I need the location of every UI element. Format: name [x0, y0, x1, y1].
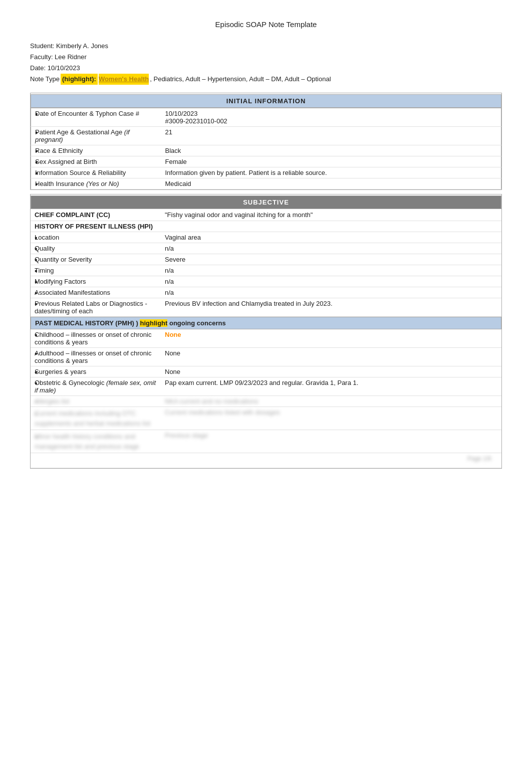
patient-age-label: Patient Age & Gestational Age (if pregna…	[31, 127, 161, 145]
initial-info-header: INITIAL INFORMATION	[31, 94, 501, 108]
blurred-label-3: Minor health history conditions and mana…	[31, 430, 161, 453]
blurred-value-3: Previous stage	[161, 430, 501, 453]
page-num: Page 1/6	[467, 455, 491, 462]
location-label: Location	[31, 232, 161, 243]
prev-labs-value: Previous BV infection and Chlamydia trea…	[161, 298, 501, 317]
table-row: Sex Assigned at Birth Female	[31, 156, 501, 167]
sex-value: Female	[161, 156, 501, 167]
table-row: Race & Ethnicity Black	[31, 145, 501, 156]
associated-label: Associated Manifestations	[31, 287, 161, 298]
subjective-section: SUBJECTIVE CHIEF COMPLAINT (CC) "Fishy v…	[30, 194, 502, 469]
note-type-line: Note Type (highlight): Women's Health , …	[30, 74, 502, 85]
childhood-illness-value: None	[161, 329, 501, 348]
sex-label: Sex Assigned at Birth	[31, 156, 161, 167]
faculty-line: Faculty: Lee Ridner	[30, 52, 502, 63]
header-info: Student: Kimberly A. Jones Faculty: Lee …	[30, 41, 502, 85]
pmh-highlight: highlight	[140, 319, 167, 327]
race-value: Black	[161, 145, 501, 156]
location-value: Vaginal area	[161, 232, 501, 243]
quality-label: Quality	[31, 243, 161, 254]
cc-label: CHIEF COMPLAINT (CC)	[35, 211, 165, 219]
table-row: Surgeries & years None	[31, 366, 501, 377]
table-row: Adulthood – illnesses or onset of chroni…	[31, 348, 501, 366]
table-row: Date of Encounter & Typhon Case # 10/10/…	[31, 108, 501, 127]
pmh-prefix: PAST MEDICAL HISTORY (PMH) )	[35, 319, 140, 327]
pmh-table: Childhood – illnesses or onset of chroni…	[31, 329, 501, 468]
table-row: Obstetric & Gynecologic (female sex, omi…	[31, 377, 501, 396]
table-row: Associated Manifestations n/a	[31, 287, 501, 298]
info-source-value: Information given by patient. Patient is…	[161, 167, 501, 178]
quality-value: n/a	[161, 243, 501, 254]
blurred-label-2: Current medications including OTC supple…	[31, 407, 161, 430]
table-row: Quantity or Severity Severe	[31, 254, 501, 265]
severity-label: Quantity or Severity	[31, 254, 161, 265]
initial-information-section: INITIAL INFORMATION Date of Encounter & …	[30, 93, 502, 190]
obstetric-value: Pap exam current. LMP 09/23/2023 and reg…	[161, 377, 501, 396]
cc-value: "Fishy vaginal odor and vaginal itching …	[165, 211, 313, 219]
table-row: Modifying Factors n/a	[31, 276, 501, 287]
table-row: Information Source & Reliability Informa…	[31, 167, 501, 178]
childhood-illness-label: Childhood – illnesses or onset of chroni…	[31, 329, 161, 348]
table-row: Minor health history conditions and mana…	[31, 430, 501, 453]
note-type-highlight-box: (highlight):	[61, 74, 98, 85]
modifying-label: Modifying Factors	[31, 276, 161, 287]
table-row: Page 1/6	[31, 453, 501, 468]
modifying-value: n/a	[161, 276, 501, 287]
severity-value: Severe	[161, 254, 501, 265]
note-type-highlighted: Women's Health	[99, 74, 149, 85]
date-line: Date: 10/10/2023	[30, 63, 502, 74]
surgeries-label: Surgeries & years	[31, 366, 161, 377]
insurance-label: Health Insurance (Yes or No)	[31, 178, 161, 189]
table-row: Previous Related Labs or Diagnostics -da…	[31, 298, 501, 317]
table-row: Current medications including OTC supple…	[31, 407, 501, 430]
adulthood-illness-label: Adulthood – illnesses or onset of chroni…	[31, 348, 161, 366]
subjective-header: SUBJECTIVE	[31, 196, 501, 209]
prev-labs-label: Previous Related Labs or Diagnostics -da…	[31, 298, 161, 317]
page-title: Episodic SOAP Note Template	[30, 20, 502, 29]
table-row: Patient Age & Gestational Age (if pregna…	[31, 127, 501, 145]
info-source-label: Information Source & Reliability	[31, 167, 161, 178]
student-line: Student: Kimberly A. Jones	[30, 41, 502, 52]
associated-value: n/a	[161, 287, 501, 298]
pmh-suffix: ongoing concerns	[167, 319, 225, 327]
race-label: Race & Ethnicity	[31, 145, 161, 156]
note-type-rest: , Pediatrics, Adult – Hypertension, Adul…	[150, 74, 331, 85]
timing-value: n/a	[161, 265, 501, 276]
hpi-header: HISTORY OF PRESENT ILLNESS (HPI)	[31, 221, 501, 232]
note-type-prefix: Note Type	[30, 74, 60, 85]
hpi-table: Location Vaginal area Quality n/a Quanti…	[31, 232, 501, 317]
patient-age-value: 21	[161, 127, 501, 145]
blurred-value-1: NKA current and no medications	[161, 396, 501, 407]
encounter-label: Date of Encounter & Typhon Case #	[31, 108, 161, 127]
insurance-value: Medicaid	[161, 178, 501, 189]
blurred-label-1: Allergies list	[31, 396, 161, 407]
table-row: Health Insurance (Yes or No) Medicaid	[31, 178, 501, 189]
initial-info-table: Date of Encounter & Typhon Case # 10/10/…	[31, 108, 501, 189]
adulthood-illness-value: None	[161, 348, 501, 366]
table-row: Quality n/a	[31, 243, 501, 254]
surgeries-value: None	[161, 366, 501, 377]
cc-row: CHIEF COMPLAINT (CC) "Fishy vaginal odor…	[31, 209, 501, 221]
timing-label: Timing	[31, 265, 161, 276]
blurred-value-2: Current medications listed with dosages	[161, 407, 501, 430]
table-row: Childhood – illnesses or onset of chroni…	[31, 329, 501, 348]
obstetric-label: Obstetric & Gynecologic (female sex, omi…	[31, 377, 161, 396]
table-row: Location Vaginal area	[31, 232, 501, 243]
table-row: Allergies list NKA current and no medica…	[31, 396, 501, 407]
pmh-header-row: PAST MEDICAL HISTORY (PMH) ) highlight o…	[31, 317, 501, 329]
table-row: Timing n/a	[31, 265, 501, 276]
encounter-value: 10/10/2023#3009-20231010-002	[161, 108, 501, 127]
